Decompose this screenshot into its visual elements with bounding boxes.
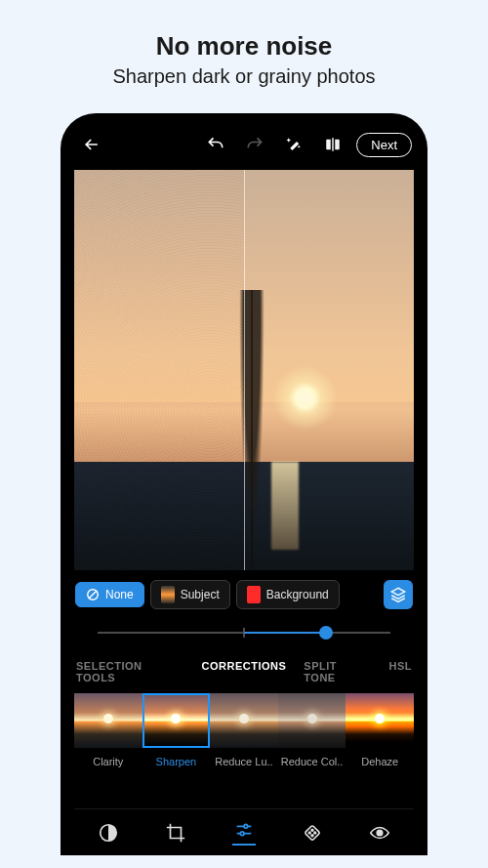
mask-none-label: None bbox=[105, 588, 134, 601]
crop-icon bbox=[165, 822, 186, 844]
svg-point-2 bbox=[244, 825, 248, 829]
filter-dehaze[interactable]: Dehaze bbox=[346, 693, 414, 767]
filter-label: Reduce Lu.. bbox=[213, 756, 274, 767]
nav-heal[interactable] bbox=[293, 822, 332, 844]
nav-looks[interactable] bbox=[89, 822, 128, 844]
top-toolbar: Next bbox=[74, 127, 414, 162]
filter-strip: Clarity Sharpen Reduce Lu.. Reduce Col..… bbox=[74, 693, 414, 767]
photo-preview[interactable] bbox=[74, 170, 414, 570]
redeye-icon bbox=[369, 822, 390, 844]
filter-thumb bbox=[346, 693, 414, 748]
subject-swatch-icon bbox=[161, 586, 175, 603]
tab-hsl[interactable]: HSL bbox=[389, 660, 413, 683]
tab-corrections[interactable]: CORRECTIONS bbox=[202, 660, 287, 683]
preview-noise-overlay bbox=[74, 170, 244, 570]
svg-point-3 bbox=[240, 832, 244, 836]
bottom-nav bbox=[74, 808, 414, 855]
slider-thumb[interactable] bbox=[319, 626, 333, 640]
promo-title: No more noise bbox=[156, 31, 333, 62]
redo-icon[interactable] bbox=[239, 129, 270, 160]
filter-thumb bbox=[278, 693, 346, 748]
filter-thumb bbox=[210, 693, 278, 748]
svg-point-6 bbox=[313, 832, 315, 834]
looks-icon bbox=[98, 822, 119, 844]
mask-none-button[interactable]: None bbox=[75, 582, 144, 607]
filter-label: Reduce Col.. bbox=[279, 756, 346, 767]
mask-selector-row: None Subject Background bbox=[74, 580, 414, 609]
preview-decoration bbox=[271, 462, 299, 550]
undo-icon[interactable] bbox=[200, 129, 231, 160]
nav-adjust[interactable] bbox=[224, 819, 264, 846]
background-swatch-icon bbox=[247, 586, 261, 603]
mask-subject-button[interactable]: Subject bbox=[150, 580, 230, 609]
category-tabs: SELECTION TOOLS CORRECTIONS SPLIT TONE H… bbox=[74, 660, 414, 683]
slider-fill bbox=[244, 632, 326, 634]
before-after-divider[interactable] bbox=[244, 170, 245, 570]
filter-label: Sharpen bbox=[154, 756, 199, 767]
mask-subject-label: Subject bbox=[181, 588, 220, 601]
svg-point-9 bbox=[377, 830, 383, 836]
next-button[interactable]: Next bbox=[356, 133, 412, 157]
back-icon[interactable] bbox=[76, 129, 107, 160]
mask-background-label: Background bbox=[266, 588, 329, 601]
promo-subtitle: Sharpen dark or grainy photos bbox=[112, 65, 375, 88]
filter-sharpen[interactable]: Sharpen bbox=[142, 693, 211, 767]
nav-crop[interactable] bbox=[156, 822, 195, 844]
layers-button[interactable] bbox=[384, 580, 413, 609]
heal-icon bbox=[302, 822, 323, 844]
filter-thumb bbox=[74, 693, 142, 748]
svg-point-7 bbox=[311, 829, 313, 831]
compare-icon[interactable] bbox=[317, 129, 348, 160]
filter-reduce-color[interactable]: Reduce Col.. bbox=[278, 693, 346, 767]
auto-enhance-icon[interactable] bbox=[278, 129, 309, 160]
svg-point-5 bbox=[308, 832, 310, 834]
filter-label: Clarity bbox=[91, 756, 125, 767]
svg-rect-4 bbox=[305, 825, 320, 841]
mask-background-button[interactable]: Background bbox=[236, 580, 340, 609]
filter-clarity[interactable]: Clarity bbox=[74, 693, 142, 767]
phone-frame: Next None Subject Background SELECTION T… bbox=[61, 113, 427, 855]
filter-thumb bbox=[142, 693, 211, 748]
tab-selection-tools[interactable]: SELECTION TOOLS bbox=[76, 660, 184, 683]
filter-label: Dehaze bbox=[359, 756, 400, 767]
intensity-slider[interactable] bbox=[98, 623, 390, 642]
filter-reduce-luminance[interactable]: Reduce Lu.. bbox=[210, 693, 278, 767]
svg-point-8 bbox=[311, 834, 313, 836]
adjust-icon bbox=[233, 819, 255, 841]
tab-split-tone[interactable]: SPLIT TONE bbox=[304, 660, 371, 683]
nav-redeye[interactable] bbox=[360, 822, 399, 844]
